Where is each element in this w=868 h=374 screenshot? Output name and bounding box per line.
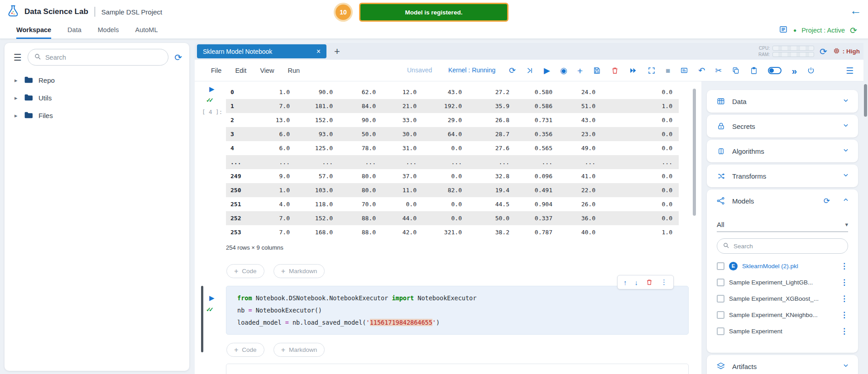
tree-item-utils[interactable]: ▸ Utils	[9, 89, 185, 107]
window-scrollbar[interactable]	[864, 84, 867, 117]
chevron-down-icon[interactable]	[843, 147, 849, 155]
project-log-icon[interactable]	[778, 25, 788, 36]
kebab-menu-icon[interactable]: ⋮	[840, 310, 848, 320]
close-tab-icon[interactable]: ×	[317, 47, 321, 56]
code-editor[interactable]: from Notebook.DSNotebook.NotebookExecuto…	[237, 292, 688, 329]
chevron-down-icon[interactable]	[843, 122, 849, 130]
model-list-item[interactable]: Sample Experiment⋮	[717, 323, 848, 339]
models-list: ESklearnModel (2).pkl⋮Sample Experiment_…	[717, 258, 848, 339]
sidebar-search[interactable]	[28, 49, 168, 66]
refresh-notebook-icon[interactable]: ⟳	[509, 66, 516, 75]
shutdown-icon[interactable]	[807, 66, 815, 75]
panel-algorithms-header[interactable]: Algorithms	[707, 140, 858, 162]
tree-item-files[interactable]: ▸ Files	[9, 107, 185, 124]
model-list-item[interactable]: Sample Experiment_LightGB...⋮	[717, 274, 848, 290]
save-notebook-icon[interactable]	[593, 66, 601, 75]
menu-view[interactable]: View	[260, 67, 274, 74]
run-cell-icon[interactable]: ▶	[209, 294, 215, 302]
models-search[interactable]	[717, 238, 848, 254]
back-arrow-icon[interactable]: ←	[850, 4, 862, 18]
notebook-tab[interactable]: Sklearn Model Notebook ×	[197, 44, 326, 58]
add-markdown-button[interactable]: + Markdown	[273, 264, 325, 278]
cell-value: 0.0	[602, 183, 679, 197]
project-refresh-icon[interactable]: ⟳	[850, 25, 857, 36]
menu-edit[interactable]: Edit	[235, 67, 246, 74]
run-toggle-switch[interactable]	[768, 67, 782, 74]
cell-value: 118.0	[296, 197, 339, 211]
cell-menu-icon[interactable]: ⋮	[661, 278, 667, 286]
paste-icon[interactable]	[750, 66, 758, 75]
sidebar-search-input[interactable]	[45, 54, 162, 61]
record-icon[interactable]: ◉	[560, 66, 567, 75]
delete-cell-icon[interactable]	[646, 279, 653, 286]
kebab-menu-icon[interactable]: ⋮	[840, 294, 848, 303]
nav-tab-workspace[interactable]: Workspace	[16, 22, 51, 39]
new-tab-icon[interactable]: +	[334, 47, 340, 57]
add-code-button[interactable]: + Code	[226, 343, 264, 357]
chevron-down-icon[interactable]	[843, 172, 849, 180]
step-run-icon[interactable]	[526, 66, 534, 75]
chevron-right-icon[interactable]: ▸	[14, 112, 19, 119]
panel-transforms-header[interactable]: Transforms	[707, 165, 858, 187]
chevron-right-icon[interactable]: ▸	[14, 77, 19, 84]
fullscreen-icon[interactable]	[647, 66, 656, 75]
panel-artifacts-header[interactable]: Artifacts	[707, 355, 858, 374]
cell-value: 152.0	[296, 211, 339, 225]
next-cell-preview[interactable]	[226, 364, 689, 374]
run-all-icon[interactable]	[629, 66, 638, 75]
row-index: 0	[226, 85, 253, 99]
model-checkbox[interactable]	[717, 295, 724, 303]
run-cell-icon[interactable]: ▶	[209, 85, 215, 93]
panel-models-header[interactable]: Models ⟳	[707, 189, 858, 212]
table-row: 01.090.062.012.043.027.20.58024.00.0	[226, 85, 679, 99]
file-explorer-sidebar: ☰ ⟳ ▸ Repo ▸ Utils ▸	[5, 43, 189, 371]
model-checkbox[interactable]	[717, 279, 724, 286]
notebook-scrollbar[interactable]	[693, 89, 696, 216]
cell-value: 321.0	[423, 225, 468, 239]
delete-notebook-icon[interactable]	[611, 66, 619, 75]
tree-item-repo[interactable]: ▸ Repo	[9, 71, 185, 89]
model-checkbox[interactable]	[717, 327, 724, 335]
move-cell-down-icon[interactable]: ↓	[635, 279, 638, 286]
panel-secrets-header[interactable]: Secrets	[707, 115, 858, 137]
undo-icon[interactable]: ↶	[698, 66, 705, 75]
sidebar-refresh-icon[interactable]: ⟳	[174, 52, 182, 63]
models-search-input[interactable]	[734, 243, 842, 250]
models-refresh-icon[interactable]: ⟳	[824, 196, 830, 206]
run-cell-toolbar-icon[interactable]: ▶	[544, 66, 550, 75]
chevron-up-icon[interactable]	[843, 197, 849, 205]
models-filter-select[interactable]: All ▾	[717, 218, 848, 232]
panel-data-header[interactable]: Data	[707, 90, 858, 113]
menu-run[interactable]: Run	[288, 67, 300, 74]
cut-icon[interactable]: ✂	[715, 66, 722, 75]
nav-tab-data[interactable]: Data	[67, 22, 82, 39]
nav-tab-automl[interactable]: AutoML	[135, 22, 158, 39]
kebab-menu-icon[interactable]: ⋮	[840, 327, 848, 336]
add-markdown-button[interactable]: + Markdown	[273, 343, 325, 357]
stop-kernel-icon[interactable]: ■	[666, 67, 670, 75]
add-code-button[interactable]: + Code	[226, 264, 264, 278]
add-cell-icon[interactable]: +	[577, 66, 583, 76]
model-list-item[interactable]: ESklearnModel (2).pkl⋮	[717, 258, 848, 274]
chevron-down-icon[interactable]	[843, 97, 849, 105]
row-index: 3	[226, 127, 253, 141]
code-cell[interactable]: from Notebook.DSNotebook.NotebookExecuto…	[226, 286, 689, 335]
menu-file[interactable]: File	[211, 67, 221, 74]
model-list-item[interactable]: Sample Experiment_XGBoost_...⋮	[717, 290, 848, 307]
model-checkbox[interactable]	[717, 262, 724, 270]
model-checkbox[interactable]	[717, 311, 724, 319]
sidebar-menu-icon[interactable]: ☰	[14, 52, 22, 63]
console-icon[interactable]	[680, 66, 688, 75]
toolbar-menu-icon[interactable]: ☰	[846, 66, 854, 76]
kebab-menu-icon[interactable]: ⋮	[840, 278, 848, 287]
move-cell-up-icon[interactable]: ↑	[623, 279, 627, 286]
kebab-menu-icon[interactable]: ⋮	[840, 261, 848, 271]
copy-icon[interactable]	[732, 66, 740, 75]
cell-value: 62.0	[339, 85, 382, 99]
chevron-right-icon[interactable]: ▸	[14, 95, 19, 101]
fast-forward-icon[interactable]: »	[791, 66, 797, 76]
nav-tab-models[interactable]: Models	[98, 22, 119, 39]
model-list-item[interactable]: Sample Experiment_KNeighbo...⋮	[717, 307, 848, 323]
chevron-down-icon[interactable]	[843, 362, 849, 370]
resource-refresh-icon[interactable]: ⟳	[820, 46, 827, 57]
